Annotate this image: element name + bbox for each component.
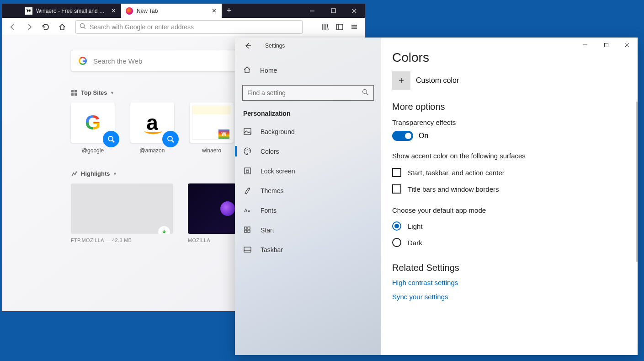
library-button[interactable]: [318, 20, 332, 34]
nav-item-themes[interactable]: Themes: [235, 181, 381, 200]
section-label: Top Sites: [81, 89, 107, 96]
page-title: Colors: [392, 50, 638, 65]
browser-tab-newtab[interactable]: New Tab ✕: [121, 4, 222, 18]
settings-header: Settings: [235, 38, 381, 54]
nav-item-background[interactable]: Background: [235, 122, 381, 141]
forward-button[interactable]: [22, 20, 36, 34]
checkbox-icon: [392, 184, 401, 194]
svg-rect-13: [71, 93, 74, 96]
download-icon: [158, 226, 170, 234]
home-label: Home: [260, 67, 277, 74]
search-icon: [362, 89, 369, 97]
new-tab-button[interactable]: +: [222, 4, 236, 18]
svg-rect-34: [244, 247, 251, 252]
winaero-thumbnail: [192, 106, 231, 140]
custom-color-label: Custom color: [416, 76, 459, 85]
highlight-card[interactable]: FTP.MOZILLA — 42.3 MB: [71, 183, 173, 243]
svg-rect-30: [245, 227, 247, 229]
more-options-heading: More options: [392, 102, 638, 112]
high-contrast-link[interactable]: High contrast settings: [392, 279, 638, 286]
close-tab-icon[interactable]: ✕: [110, 8, 117, 14]
svg-rect-6: [336, 24, 343, 30]
nav-label: Colors: [261, 148, 279, 155]
section-label: Highlights: [81, 170, 110, 177]
nav-item-lockscreen[interactable]: Lock screen: [235, 161, 381, 181]
back-button[interactable]: [6, 20, 20, 34]
nav-item-fonts[interactable]: AA Fonts: [235, 200, 381, 220]
radio-light[interactable]: Light: [392, 221, 638, 231]
plus-icon: +: [392, 71, 410, 90]
nav-item-taskbar[interactable]: Taskbar: [235, 240, 381, 259]
palette-icon: [243, 147, 251, 155]
minimize-icon[interactable]: [575, 38, 596, 52]
nav-item-start[interactable]: Start: [235, 220, 381, 240]
topsite-google[interactable]: G @google: [71, 102, 115, 154]
firefox-nightly-logo: [220, 201, 235, 216]
svg-rect-37: [604, 43, 608, 47]
close-icon[interactable]: [344, 4, 365, 18]
home-icon: [243, 66, 251, 75]
fonts-icon: AA: [243, 206, 251, 214]
radio-label: Dark: [408, 239, 422, 247]
transparency-toggle[interactable]: [392, 131, 413, 141]
svg-rect-1: [331, 9, 335, 13]
app-mode-label: Choose your default app mode: [392, 206, 638, 214]
google-logo: G: [85, 111, 101, 134]
settings-nav-list: Background Colors Lock screen Themes AA …: [235, 122, 381, 259]
topsite-winaero[interactable]: winaero: [190, 102, 234, 154]
svg-rect-31: [248, 227, 250, 229]
menu-button[interactable]: [347, 20, 361, 34]
picture-icon: [243, 128, 251, 135]
nav-label: Themes: [261, 187, 284, 194]
search-badge-icon: [103, 131, 119, 147]
address-bar[interactable]: Search with Google or enter address: [75, 20, 303, 34]
home-button[interactable]: [55, 20, 69, 34]
nav-item-colors[interactable]: Colors: [235, 141, 381, 161]
svg-point-24: [247, 149, 248, 150]
transparency-label: Transparency effects: [392, 119, 638, 126]
checkbox-label: Title bars and window borders: [408, 185, 499, 193]
settings-window: Settings Home Find a setting Personaliza…: [235, 38, 638, 355]
home-nav-item[interactable]: Home: [235, 61, 381, 80]
svg-rect-11: [71, 90, 74, 92]
accent-surfaces-label: Show accent color on the following surfa…: [392, 152, 638, 160]
reload-button[interactable]: [39, 20, 53, 34]
checkbox-title-bars[interactable]: Title bars and window borders: [392, 184, 638, 194]
svg-point-4: [80, 24, 85, 28]
maximize-icon[interactable]: [596, 38, 617, 52]
close-tab-icon[interactable]: ✕: [211, 8, 217, 14]
highlights-icon: [71, 171, 77, 177]
sync-settings-link[interactable]: Sync your settings: [392, 293, 638, 301]
chevron-down-icon: ▾: [114, 171, 116, 176]
sidebar-button[interactable]: [333, 20, 346, 34]
site-label: @google: [82, 147, 104, 154]
site-label: @amazon: [140, 147, 165, 154]
minimize-icon[interactable]: [302, 4, 323, 18]
browser-tab-winaero[interactable]: W Winaero - Free small and useful ✕: [21, 4, 121, 18]
checkbox-start-taskbar[interactable]: Start, taskbar, and action center: [392, 168, 638, 177]
firefox-window-controls: [302, 4, 365, 18]
checkbox-label: Start, taskbar, and action center: [408, 169, 505, 177]
maximize-icon[interactable]: [323, 4, 344, 18]
settings-search-input[interactable]: Find a setting: [242, 85, 374, 101]
svg-rect-32: [245, 230, 247, 232]
back-button[interactable]: [242, 40, 253, 51]
svg-text:A: A: [244, 208, 248, 213]
svg-point-23: [245, 150, 246, 151]
svg-text:A: A: [248, 209, 250, 213]
scrollbar[interactable]: [636, 102, 638, 262]
tab-title: New Tab: [137, 8, 207, 14]
svg-point-17: [168, 136, 172, 141]
nav-label: Taskbar: [261, 246, 283, 253]
radio-label: Light: [408, 222, 423, 230]
svg-rect-14: [75, 93, 77, 96]
svg-rect-22: [244, 129, 251, 135]
address-bar-placeholder: Search with Google or enter address: [90, 23, 194, 31]
custom-color-button[interactable]: + Custom color: [392, 71, 638, 90]
nav-label: Lock screen: [261, 167, 295, 175]
close-icon[interactable]: [617, 38, 638, 52]
topsite-amazon[interactable]: a @amazon: [130, 102, 174, 154]
chevron-down-icon: ▾: [111, 90, 113, 95]
radio-dark[interactable]: Dark: [392, 238, 638, 247]
taskbar-icon: [243, 246, 251, 253]
